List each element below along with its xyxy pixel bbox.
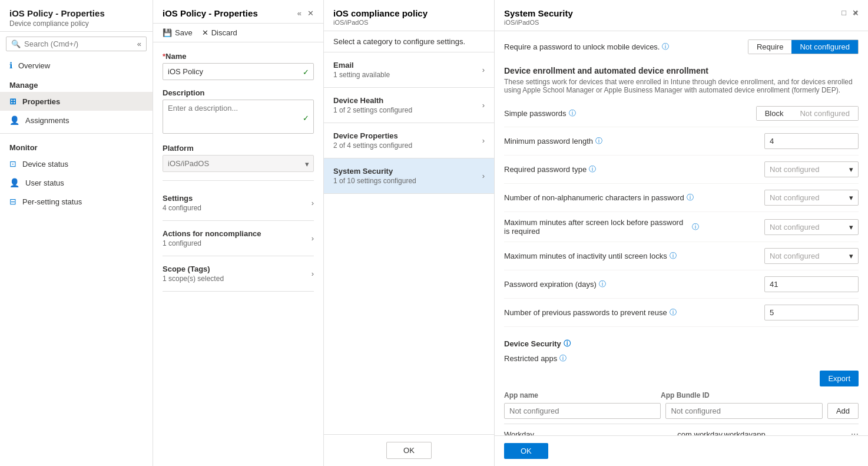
prev-passwords-info-icon[interactable]: ⓘ	[670, 308, 677, 318]
req-type-dropdown[interactable]: Not configured ▾	[764, 161, 859, 177]
maximize-icon[interactable]: □	[842, 8, 846, 17]
middle-title-icons: « ✕	[297, 9, 314, 18]
inactivity-info-icon[interactable]: ⓘ	[670, 251, 677, 261]
sidebar-item-properties[interactable]: ⊞ Properties	[0, 92, 153, 111]
nonalpha-info-icon[interactable]: ⓘ	[687, 193, 694, 203]
description-input[interactable]	[163, 100, 314, 134]
prev-passwords-val: 5	[770, 308, 774, 317]
app-bundle-input[interactable]	[665, 403, 822, 419]
actions-nav-row[interactable]: Actions for noncompliance 1 configured ›	[163, 221, 314, 256]
category-panel: iOS compliance policy iOS/iPadOS × Selec…	[324, 0, 495, 466]
category-subtitle: iOS/iPadOS	[333, 19, 428, 26]
simple-passwords-label: Simple passwords ⓘ	[504, 108, 576, 118]
scope-sub: 1 scope(s) selected	[163, 275, 224, 283]
select-arrow-icon: ▾	[305, 159, 309, 168]
screen-lock-label: Maximum minutes after screen lock before…	[504, 218, 699, 236]
sidebar-item-assignments[interactable]: 👤 Assignments	[0, 111, 153, 130]
simple-passwords-block-btn[interactable]: Block	[757, 107, 792, 120]
per-setting-icon: ⊟	[9, 197, 16, 206]
user-status-label: User status	[25, 179, 64, 187]
req-type-info-icon[interactable]: ⓘ	[589, 164, 596, 174]
app-workday-menu-button[interactable]: ···	[851, 429, 859, 435]
require-btn-require[interactable]: Require	[748, 40, 792, 54]
cat-security-arrow-icon: ›	[482, 171, 485, 180]
collapse-icon[interactable]: «	[137, 39, 141, 48]
scope-nav-row[interactable]: Scope (Tags) 1 scope(s) selected ›	[163, 256, 314, 292]
cat-item-props-title: Device Properties	[333, 131, 412, 140]
cat-item-props-sub: 2 of 4 settings configured	[333, 141, 412, 150]
settings-sub: 4 configured	[163, 204, 201, 212]
settings-title: Settings	[163, 194, 201, 203]
screen-lock-arrow-icon: ▾	[849, 223, 853, 232]
app-workday-bundle: com.workday.workdayapp	[677, 430, 846, 436]
app-bundle-col-header: App Bundle ID	[661, 391, 813, 399]
req-type-arrow-icon: ▾	[849, 165, 853, 174]
category-close-icon[interactable]: ×	[853, 8, 859, 19]
category-item-email[interactable]: Email 1 setting available ›	[324, 52, 494, 88]
sidebar-item-user-status[interactable]: 👤 User status	[0, 173, 153, 192]
min-length-value[interactable]: 4	[764, 133, 859, 149]
sidebar-item-overview[interactable]: ℹ Overview	[0, 56, 153, 75]
expiration-label: Password expiration (days) ⓘ	[504, 279, 606, 289]
require-info-icon[interactable]: ⓘ	[662, 42, 669, 52]
description-field-wrapper: ✓	[163, 100, 314, 135]
settings-arrow-icon: ›	[312, 199, 314, 207]
category-item-system-security[interactable]: System Security 1 of 10 settings configu…	[324, 158, 494, 194]
simple-passwords-toggle: Block Not configured	[756, 106, 859, 121]
screen-lock-val: Not configured	[770, 223, 820, 232]
expiration-value[interactable]: 41	[764, 276, 859, 292]
setting-row-inactivity: Maximum minutes of inactivity until scre…	[504, 242, 859, 270]
app-name-input[interactable]	[504, 403, 661, 419]
search-icon: 🔍	[11, 39, 21, 48]
simple-passwords-notconfigured-btn[interactable]: Not configured	[791, 107, 858, 120]
export-button[interactable]: Export	[820, 371, 859, 386]
cat-props-arrow-icon: ›	[482, 136, 485, 145]
toolbar: 💾 Save ✕ Discard	[153, 24, 323, 42]
screen-lock-info-icon[interactable]: ⓘ	[692, 222, 699, 232]
save-icon: 💾	[163, 28, 172, 37]
category-item-device-properties[interactable]: Device Properties 2 of 4 settings config…	[324, 123, 494, 158]
nonalpha-dropdown[interactable]: Not configured ▾	[764, 190, 859, 206]
sidebar-item-device-status[interactable]: ⊡ Device status	[0, 154, 153, 173]
name-input[interactable]	[163, 63, 314, 80]
settings-nav-row[interactable]: Settings 4 configured ›	[163, 186, 314, 221]
req-type-text: Required password type	[504, 165, 587, 174]
scope-title: Scope (Tags)	[163, 265, 224, 273]
search-bar[interactable]: 🔍 «	[6, 37, 147, 51]
inactivity-text: Maximum minutes of inactivity until scre…	[504, 252, 667, 260]
platform-select-wrapper: iOS/iPadOS ▾	[163, 155, 314, 172]
device-security-info-icon[interactable]: ⓘ	[564, 339, 571, 349]
middle-panel: iOS Policy - Properties « ✕ 💾 Save ✕ Dis…	[153, 0, 324, 466]
inactivity-arrow-icon: ▾	[849, 252, 853, 260]
collapse-panel-icon[interactable]: «	[297, 9, 302, 18]
close-panel-icon[interactable]: ✕	[307, 9, 314, 18]
right-footer: OK	[495, 435, 868, 466]
inactivity-dropdown[interactable]: Not configured ▾	[764, 248, 859, 264]
app-input-row: Add	[504, 403, 859, 419]
require-btn-not-configured[interactable]: Not configured	[791, 40, 858, 54]
cat-item-security-title: System Security	[333, 167, 416, 176]
screen-lock-dropdown[interactable]: Not configured ▾	[764, 219, 859, 235]
category-item-device-health[interactable]: Device Health 1 of 2 settings configured…	[324, 88, 494, 123]
min-length-info-icon[interactable]: ⓘ	[595, 136, 602, 146]
expiration-text: Password expiration (days)	[504, 280, 597, 289]
simple-passwords-info-icon[interactable]: ⓘ	[569, 108, 576, 118]
expiration-info-icon[interactable]: ⓘ	[599, 279, 606, 289]
export-area: Export	[504, 371, 859, 391]
assignments-icon: 👤	[9, 115, 19, 125]
desc-check-icon: ✓	[303, 113, 309, 122]
add-button[interactable]: Add	[827, 403, 859, 419]
device-status-icon: ⊡	[9, 159, 16, 168]
setting-row-prev-passwords: Number of previous passwords to prevent …	[504, 299, 859, 327]
search-input[interactable]	[24, 39, 135, 48]
platform-select: iOS/iPadOS	[163, 155, 314, 172]
right-content: Require a password to unlock mobile devi…	[495, 31, 868, 435]
discard-button[interactable]: ✕ Discard	[202, 28, 237, 37]
category-ok-button[interactable]: OK	[386, 442, 432, 459]
right-ok-button[interactable]: OK	[504, 443, 548, 459]
save-button[interactable]: 💾 Save	[163, 28, 193, 37]
prev-passwords-value[interactable]: 5	[764, 305, 859, 320]
sidebar-item-per-setting-status[interactable]: ⊟ Per-setting status	[0, 192, 153, 211]
restricted-apps-info-icon[interactable]: ⓘ	[559, 353, 566, 363]
category-footer: OK	[324, 434, 494, 466]
